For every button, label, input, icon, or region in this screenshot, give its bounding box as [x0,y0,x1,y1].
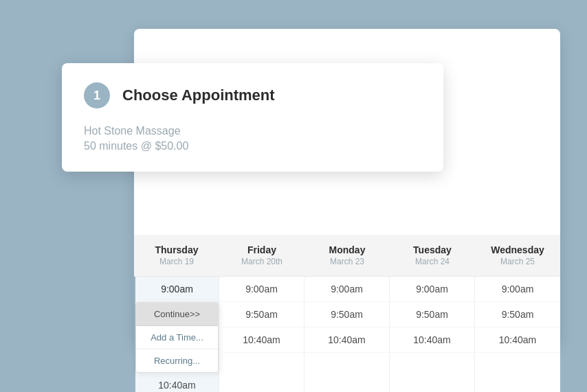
day-name-1: Friday [219,244,304,255]
add-time-link[interactable]: Add a Time... [136,326,218,349]
time-slot-4-1[interactable]: 9:50am [475,302,560,327]
day-date-3: March 24 [390,257,475,266]
day-header-4: Wednesday March 25 [475,244,560,266]
day-name-3: Tuesday [390,244,475,255]
day-header-2: Monday March 23 [304,244,390,266]
time-slot-1-1[interactable]: 9:50am [219,302,304,327]
day-header-1: Friday March 20th [219,244,304,266]
appointment-card: 1 Choose Appointment Hot Stone Massage 5… [62,63,443,172]
time-slot-2-1[interactable]: 9:50am [304,302,389,327]
time-grid: 9:00am Continue>> Add a Time... Recurrin… [134,277,560,392]
day-header-3: Tuesday March 24 [390,244,475,266]
time-slot-4-2[interactable]: 10:40am [475,327,560,353]
day-name-2: Monday [304,244,390,255]
time-col-3: 9:00am 9:50am 10:40am [390,277,475,392]
card-header: 1 Choose Appointment [62,63,443,125]
card-title: Choose Appointment [122,87,275,104]
time-slot-0-0[interactable]: 9:00am [135,277,219,302]
step-number: 1 [84,82,110,108]
col-actions: Continue>> Add a Time... Recurring... [135,302,219,373]
day-headers: Thursday March 19 Friday March 20th Mond… [134,235,560,277]
service-info: Hot Stone Massage 50 minutes @ $50.00 [62,125,443,172]
time-col-4: 9:00am 9:50am 10:40am [475,277,560,392]
service-details: 50 minutes @ $50.00 [84,140,421,152]
time-slot-0-2[interactable]: 10:40am [135,373,219,392]
time-slot-3-2[interactable]: 10:40am [390,327,474,353]
service-name: Hot Stone Massage [84,125,421,137]
time-col-2: 9:00am 9:50am 10:40am [304,277,390,392]
day-date-0: March 19 [134,257,219,266]
time-slot-3-0[interactable]: 9:00am [390,277,474,302]
day-date-1: March 20th [219,257,304,266]
recurring-link[interactable]: Recurring... [136,349,218,372]
day-name-4: Wednesday [475,244,560,255]
calendar-section: Thursday March 19 Friday March 20th Mond… [134,235,560,392]
time-slot-1-0[interactable]: 9:00am [219,277,304,302]
time-col-1: 9:00am 9:50am 10:40am [219,277,304,392]
day-date-4: March 25 [475,257,560,266]
time-slot-1-2[interactable]: 10:40am [219,327,304,353]
time-slot-4-0[interactable]: 9:00am [475,277,560,302]
time-slot-3-1[interactable]: 9:50am [390,302,474,327]
continue-button[interactable]: Continue>> [136,303,218,326]
day-name-0: Thursday [134,244,219,255]
day-header-0: Thursday March 19 [134,244,219,266]
time-col-0: 9:00am Continue>> Add a Time... Recurrin… [134,277,219,392]
day-date-2: March 23 [304,257,390,266]
time-slot-2-2[interactable]: 10:40am [304,327,389,353]
time-slot-2-0[interactable]: 9:00am [304,277,389,302]
